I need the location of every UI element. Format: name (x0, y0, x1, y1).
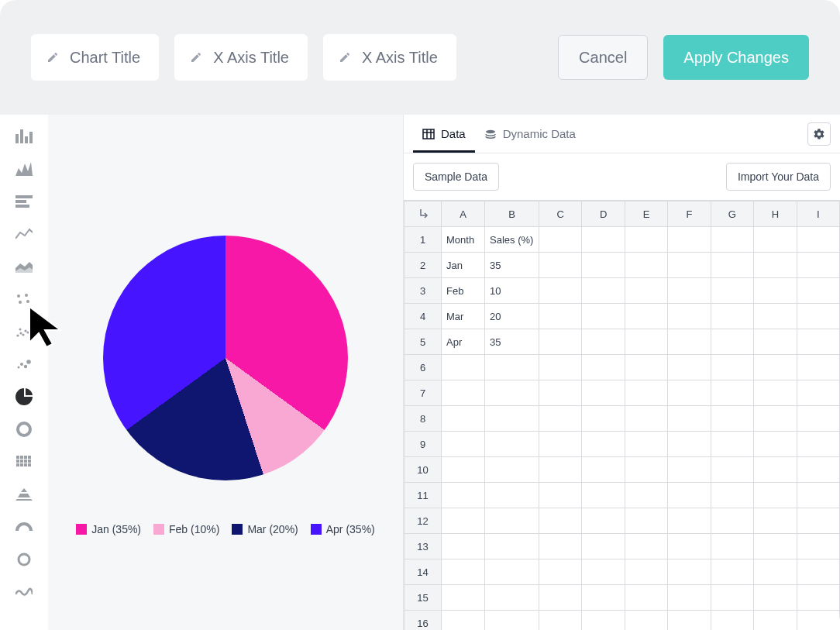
line-chart-icon[interactable] (13, 225, 35, 243)
cell[interactable] (442, 559, 485, 585)
cell[interactable] (668, 559, 711, 585)
cell[interactable] (539, 253, 582, 278)
cell[interactable] (754, 508, 797, 534)
pyramid-icon[interactable] (13, 485, 35, 504)
cell[interactable] (539, 227, 582, 253)
cell[interactable] (442, 355, 485, 380)
chart-title-input[interactable]: Chart Title (31, 34, 159, 81)
cell[interactable]: 35 (485, 253, 539, 278)
scatter-few-icon[interactable] (13, 290, 35, 308)
cell[interactable] (582, 559, 625, 585)
cell[interactable] (668, 227, 711, 253)
cell[interactable] (442, 483, 485, 508)
cell[interactable] (668, 355, 711, 380)
cell[interactable] (625, 227, 667, 253)
cell[interactable] (485, 483, 539, 508)
cell[interactable]: 10 (485, 278, 539, 304)
cell[interactable] (797, 508, 839, 534)
cell[interactable] (539, 611, 582, 631)
spreadsheet[interactable]: ABCDEFGHI1MonthSales (%)2Jan353Feb104Mar… (404, 200, 840, 630)
sparkline-icon[interactable] (13, 583, 35, 601)
heatmap-icon[interactable] (13, 453, 35, 471)
cell[interactable] (582, 355, 625, 380)
cell[interactable] (625, 559, 667, 585)
cell[interactable] (625, 457, 667, 483)
cell[interactable] (442, 508, 485, 534)
cell[interactable] (711, 253, 753, 278)
stacked-bar-icon[interactable] (13, 192, 35, 211)
cell[interactable] (485, 457, 539, 483)
cell[interactable] (754, 304, 797, 329)
cell[interactable] (797, 585, 839, 611)
cell[interactable] (711, 611, 753, 631)
cell[interactable] (625, 278, 667, 304)
cell[interactable] (582, 406, 625, 432)
cell[interactable] (539, 304, 582, 329)
cell[interactable] (539, 585, 582, 611)
cell[interactable] (668, 253, 711, 278)
column-header[interactable]: B (485, 201, 539, 227)
cell[interactable] (539, 355, 582, 380)
cell[interactable] (754, 585, 797, 611)
cell[interactable] (485, 534, 539, 559)
cell[interactable] (711, 227, 753, 253)
cell[interactable] (754, 329, 797, 355)
cell[interactable] (711, 406, 753, 432)
tab-dynamic-data[interactable]: Dynamic Data (475, 115, 585, 153)
cell[interactable] (797, 304, 839, 329)
cell[interactable] (797, 355, 839, 380)
scatter-many-icon[interactable] (13, 322, 35, 341)
cell[interactable] (668, 406, 711, 432)
cell[interactable] (582, 534, 625, 559)
cell[interactable]: Sales (%) (485, 227, 539, 253)
cell[interactable] (539, 278, 582, 304)
cell[interactable] (582, 253, 625, 278)
cell[interactable] (582, 508, 625, 534)
tab-data[interactable]: Data (413, 115, 475, 153)
column-header[interactable]: C (539, 201, 582, 227)
cell[interactable] (485, 380, 539, 406)
cell[interactable] (668, 508, 711, 534)
column-header[interactable]: A (442, 201, 485, 227)
cell[interactable] (711, 432, 753, 457)
cell[interactable] (711, 559, 753, 585)
cell[interactable] (754, 457, 797, 483)
cell[interactable] (797, 253, 839, 278)
cell[interactable] (668, 611, 711, 631)
cell[interactable] (754, 432, 797, 457)
cell[interactable] (711, 380, 753, 406)
cell[interactable] (442, 585, 485, 611)
cell[interactable] (539, 559, 582, 585)
cell[interactable] (797, 227, 839, 253)
row-header[interactable]: 12 (405, 508, 442, 534)
row-header[interactable]: 15 (405, 585, 442, 611)
cell[interactable] (625, 406, 667, 432)
column-chart-icon[interactable] (13, 160, 35, 178)
cell[interactable] (582, 432, 625, 457)
pie-chart-icon[interactable] (13, 387, 35, 406)
cell[interactable] (485, 508, 539, 534)
column-header[interactable]: G (711, 201, 753, 227)
column-header[interactable]: D (582, 201, 625, 227)
cell[interactable] (797, 380, 839, 406)
cell[interactable] (625, 432, 667, 457)
cell[interactable] (582, 611, 625, 631)
row-header[interactable]: 7 (405, 380, 442, 406)
cell[interactable] (754, 227, 797, 253)
cell[interactable] (539, 534, 582, 559)
row-header[interactable]: 4 (405, 304, 442, 329)
cell[interactable] (582, 457, 625, 483)
cell[interactable] (668, 585, 711, 611)
cell[interactable] (754, 355, 797, 380)
area-chart-icon[interactable] (13, 257, 35, 276)
ring-icon[interactable] (13, 550, 35, 569)
cell[interactable]: Mar (442, 304, 485, 329)
cell[interactable]: Feb (442, 278, 485, 304)
cell[interactable] (442, 432, 485, 457)
cell[interactable] (797, 559, 839, 585)
cell[interactable] (668, 380, 711, 406)
cell[interactable] (539, 483, 582, 508)
cell[interactable] (711, 278, 753, 304)
cell[interactable] (625, 534, 667, 559)
row-header[interactable]: 2 (405, 253, 442, 278)
